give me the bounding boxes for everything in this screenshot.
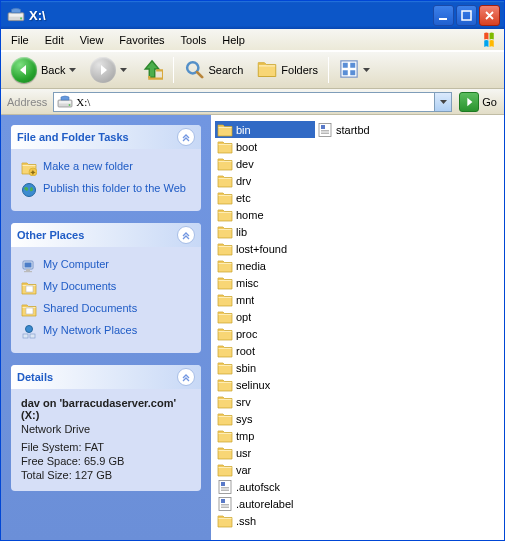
list-item[interactable]: misc — [215, 274, 315, 291]
place-label: My Documents — [43, 280, 116, 292]
list-item[interactable]: tmp — [215, 427, 315, 444]
item-label: usr — [236, 447, 251, 459]
list-item[interactable]: lib — [215, 223, 315, 240]
toolbar: Back Search Folders — [1, 51, 504, 89]
list-item[interactable]: sbin — [215, 359, 315, 376]
views-button[interactable] — [333, 55, 376, 85]
task-make-new-folder[interactable]: Make a new folder — [21, 157, 191, 179]
list-item[interactable]: startbd — [315, 121, 415, 138]
list-item[interactable]: home — [215, 206, 315, 223]
list-item[interactable]: opt — [215, 308, 315, 325]
go-label: Go — [482, 96, 497, 108]
list-item[interactable]: dev — [215, 155, 315, 172]
item-label: var — [236, 464, 251, 476]
panel-header[interactable]: Details — [11, 365, 201, 389]
item-label: proc — [236, 328, 257, 340]
panel-title: Details — [17, 371, 53, 383]
back-button[interactable]: Back — [5, 53, 82, 87]
window-title: X:\ — [29, 8, 433, 23]
folder-icon — [217, 139, 233, 155]
list-item[interactable]: root — [215, 342, 315, 359]
folders-button[interactable]: Folders — [251, 55, 324, 85]
list-item[interactable]: srv — [215, 393, 315, 410]
menu-favorites[interactable]: Favorites — [111, 32, 172, 48]
list-item[interactable]: boot — [215, 138, 315, 155]
list-item[interactable]: var — [215, 461, 315, 478]
collapse-icon[interactable] — [177, 368, 195, 386]
folder-icon — [217, 292, 233, 308]
list-item[interactable]: etc — [215, 189, 315, 206]
item-label: media — [236, 260, 266, 272]
svg-rect-28 — [462, 11, 471, 20]
place-my-computer[interactable]: My Computer — [21, 255, 191, 277]
chevron-down-icon — [69, 68, 76, 72]
details-type: Network Drive — [21, 423, 191, 435]
list-item[interactable]: usr — [215, 444, 315, 461]
address-input[interactable] — [76, 94, 434, 110]
item-label: .ssh — [236, 515, 256, 527]
menu-edit[interactable]: Edit — [37, 32, 72, 48]
address-dropdown[interactable] — [434, 93, 451, 111]
item-label: lib — [236, 226, 247, 238]
list-item[interactable]: mnt — [215, 291, 315, 308]
titlebar[interactable]: X:\ — [1, 1, 504, 29]
list-item[interactable]: selinux — [215, 376, 315, 393]
search-button[interactable]: Search — [178, 55, 249, 85]
item-label: dev — [236, 158, 254, 170]
file-list[interactable]: binbootdevdrvetchomeliblost+foundmediami… — [211, 115, 504, 540]
item-label: .autorelabel — [236, 498, 294, 510]
item-label: misc — [236, 277, 259, 289]
list-item[interactable]: drv — [215, 172, 315, 189]
task-label: Publish this folder to the Web — [43, 182, 186, 194]
folder-icon — [217, 513, 233, 529]
task-publish-web[interactable]: Publish this folder to the Web — [21, 179, 191, 201]
menu-file[interactable]: File — [3, 32, 37, 48]
folder-icon — [217, 190, 233, 206]
panel-header[interactable]: Other Places — [11, 223, 201, 247]
place-my-documents[interactable]: My Documents — [21, 277, 191, 299]
chevron-down-icon — [120, 68, 127, 72]
close-button[interactable] — [479, 5, 500, 26]
list-item[interactable]: media — [215, 257, 315, 274]
item-label: selinux — [236, 379, 270, 391]
back-label: Back — [41, 64, 65, 76]
item-label: .autofsck — [236, 481, 280, 493]
go-button[interactable]: Go — [456, 92, 500, 112]
network-icon — [21, 324, 37, 340]
folder-icon — [217, 258, 233, 274]
menu-help[interactable]: Help — [214, 32, 253, 48]
shared-documents-icon — [21, 302, 37, 318]
folder-icon — [217, 462, 233, 478]
item-label: opt — [236, 311, 251, 323]
list-item[interactable]: bin — [215, 121, 315, 138]
forward-button[interactable] — [84, 53, 133, 87]
minimize-button[interactable] — [433, 5, 454, 26]
menu-tools[interactable]: Tools — [173, 32, 215, 48]
collapse-icon[interactable] — [177, 128, 195, 146]
place-shared-documents[interactable]: Shared Documents — [21, 299, 191, 321]
list-item[interactable]: .autorelabel — [215, 495, 315, 512]
address-input-container — [53, 92, 452, 112]
maximize-button[interactable] — [456, 5, 477, 26]
menu-view[interactable]: View — [72, 32, 112, 48]
documents-icon — [21, 280, 37, 296]
collapse-icon[interactable] — [177, 226, 195, 244]
place-network-places[interactable]: My Network Places — [21, 321, 191, 343]
panel-header[interactable]: File and Folder Tasks — [11, 125, 201, 149]
list-item[interactable]: .autofsck — [215, 478, 315, 495]
drive-icon — [57, 94, 73, 110]
panel-title: Other Places — [17, 229, 84, 241]
file-icon — [317, 122, 333, 138]
list-item[interactable]: .ssh — [215, 512, 315, 529]
chevron-down-icon — [363, 68, 370, 72]
list-item[interactable]: lost+found — [215, 240, 315, 257]
globe-icon — [21, 182, 37, 198]
up-icon — [141, 58, 163, 82]
list-item[interactable]: proc — [215, 325, 315, 342]
folder-icon — [217, 122, 233, 138]
folder-icon — [217, 224, 233, 240]
details-total: Total Size: 127 GB — [21, 469, 191, 481]
details-free: Free Space: 65.9 GB — [21, 455, 191, 467]
list-item[interactable]: sys — [215, 410, 315, 427]
up-button[interactable] — [135, 54, 169, 86]
